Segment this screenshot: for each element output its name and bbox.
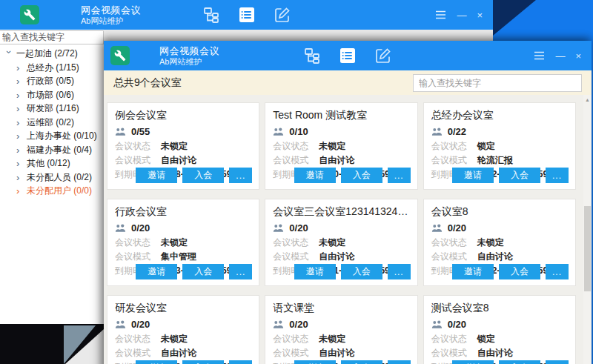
invite-button[interactable]: 邀请 [294,264,336,279]
app-logo [110,46,130,65]
join-button[interactable]: 入会 [182,168,224,183]
chevron-right-icon[interactable] [16,76,24,86]
menu-icon[interactable] [435,10,446,19]
chevron-right-icon[interactable] [16,173,24,182]
chevron-right-icon[interactable] [16,90,24,100]
tree-item[interactable]: 其他 (0/12) [0,157,104,171]
invite-button[interactable]: 邀请 [136,360,177,364]
scrollbar[interactable]: ▲ ▼ [583,95,592,364]
join-button[interactable]: 入会 [499,360,540,364]
join-button[interactable]: 入会 [341,168,382,183]
menu-icon[interactable] [534,51,545,60]
room-search-input[interactable] [413,74,582,92]
join-button[interactable]: 入会 [182,360,224,364]
join-button[interactable]: 入会 [182,264,224,279]
participant-count: 0/20 [289,222,308,234]
chevron-right-icon[interactable] [16,63,24,73]
mode-label: 会议模式 [431,251,477,262]
more-button[interactable]: ... [546,360,569,364]
tree-item-label: 上海办事处 (0/10) [27,130,97,142]
chevron-right-icon[interactable] [16,118,24,128]
participant-count: 0/22 [448,126,466,137]
more-button[interactable]: ... [388,264,411,279]
chevron-right-icon[interactable] [16,145,24,155]
room-card: 总经办会议室 0/22 会议状态 锁定 会议模式 轮流汇报 到期时间 2022-… [423,102,576,190]
more-button[interactable]: ... [388,360,411,364]
wallpaper-bottom-left [0,324,104,364]
invite-button[interactable]: 邀请 [452,168,494,183]
tree-item[interactable]: 行政部 (0/5) [0,75,104,89]
chevron-right-icon[interactable] [16,159,24,168]
mode-value: 自由讨论 [477,251,513,262]
edit-icon[interactable] [374,47,392,64]
close-button[interactable]: × [477,10,483,20]
status-value: 锁定 [477,334,495,344]
edit-icon[interactable] [274,6,291,24]
invite-button[interactable]: 邀请 [294,360,336,364]
tree-item[interactable]: 一起加油 (2/72) [0,47,104,62]
participant-count: 0/20 [131,319,150,330]
invite-button[interactable]: 邀请 [136,264,177,279]
sidebar-search-input[interactable] [0,30,104,44]
room-card: 会议室三会议室123141324141三会… 0/20 会议状态 未锁定 会议模… [265,199,417,286]
tree-item[interactable]: 未分配人员 (0/2) [0,171,104,185]
chevron-right-icon[interactable] [16,131,24,141]
invite-button[interactable]: 邀请 [136,168,177,183]
org-tree: 一起加油 (2/72) 总经办 (1/15) 行政部 (0/5) 市场部 (0/… [0,44,104,199]
mode-label: 会议模式 [273,251,319,262]
org-sidebar: 一起加油 (2/72) 总经办 (1/15) 行政部 (0/5) 市场部 (0/… [0,30,104,324]
tree-item[interactable]: 研发部 (1/16) [0,102,104,116]
mode-value: 集中管理 [161,251,196,262]
room-grid: 例会会议室 0/55 会议状态 未锁定 会议模式 自由讨论 到期时间 2028-… [104,95,579,364]
tree-item-label: 市场部 (0/6) [27,89,74,102]
tree-item[interactable]: 总经办 (1/15) [0,61,104,75]
desktop: 网会视频会议 Ab网站维护 — × 一起加油 (2/72) [0,0,593,364]
participants-icon [115,224,126,233]
scrollbar-thumb[interactable] [584,206,591,291]
chevron-right-icon[interactable] [16,104,24,113]
participants-icon [273,224,284,233]
status-label: 会议状态 [431,141,477,151]
join-button[interactable]: 入会 [341,360,382,364]
room-card: Test Room 测试教室 0/10 会议状态 未锁定 会议模式 自由讨论 到… [265,102,417,190]
status-value: 锁定 [477,141,495,151]
participants-icon [273,320,284,329]
more-button[interactable]: ... [546,168,569,183]
minimize-button[interactable]: — [457,10,466,20]
room-list-icon[interactable] [238,6,256,24]
chevron-right-icon[interactable] [16,186,24,196]
chevron-down-icon[interactable] [4,50,14,59]
participant-count: 0/10 [289,126,308,137]
status-value: 未锁定 [477,237,504,248]
mode-value: 自由讨论 [319,348,354,358]
org-chart-icon[interactable] [303,47,321,64]
more-button[interactable]: ... [229,264,252,279]
more-button[interactable]: ... [388,168,411,183]
more-button[interactable]: ... [546,264,569,279]
participants-icon [431,320,443,329]
join-button[interactable]: 入会 [499,168,540,183]
tree-item[interactable]: 市场部 (0/6) [0,88,104,102]
invite-button[interactable]: 邀请 [452,264,494,279]
status-label: 会议状态 [115,141,161,151]
invite-button[interactable]: 邀请 [452,360,494,364]
room-name: Test Room 测试教室 [273,108,409,122]
tree-item[interactable]: 未分配用户 (0/0) [0,185,104,199]
close-button[interactable]: × [575,51,581,61]
tree-item[interactable]: 福建办事处 (0/4) [0,143,104,157]
tree-item[interactable]: 运维部 (0/2) [0,116,104,130]
join-button[interactable]: 入会 [499,264,540,279]
minimize-button[interactable]: — [555,51,565,61]
org-chart-icon[interactable] [202,6,220,24]
tree-item[interactable]: 上海办事处 (0/10) [0,130,104,144]
room-name: 语文课堂 [273,301,409,314]
room-card: 测试会议室8 0/20 会议状态 锁定 会议模式 自由讨论 到期时间 2021-… [423,295,576,364]
front-titlebar[interactable]: 网会视频会议 Ab网站维护 — × [104,41,592,70]
more-button[interactable]: ... [229,168,252,183]
more-button[interactable]: ... [229,360,252,364]
room-list-icon-active[interactable] [339,47,357,64]
back-titlebar[interactable]: 网会视频会议 Ab网站维护 — × [0,0,493,30]
scroll-up-icon[interactable]: ▲ [583,95,592,104]
join-button[interactable]: 入会 [341,264,382,279]
invite-button[interactable]: 邀请 [294,168,336,183]
